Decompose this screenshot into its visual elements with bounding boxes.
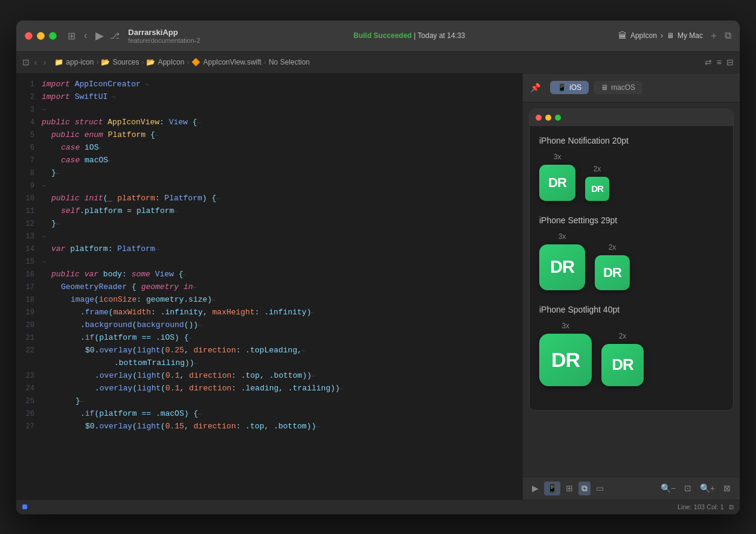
section-settings-label: iPhone Settings 29pt xyxy=(539,215,723,225)
navigator-toggle[interactable]: ⊡ xyxy=(22,57,30,67)
main-content: 1 import AppIconCreator ¬ 2 import Swift… xyxy=(16,74,740,500)
section-notification-label: iPhone Notification 20pt xyxy=(539,136,723,145)
play-tool-btn[interactable]: ▶ xyxy=(529,482,542,495)
build-time: | Today at 14:33 xyxy=(414,31,465,40)
breadcrumb-bar: ⊡ ‹ › 📁 app-icon › 📂 Sources › 📂 AppIcon… xyxy=(16,52,740,74)
zoom-out-btn[interactable]: 🔍− xyxy=(658,482,679,495)
icon-section-notification: iPhone Notification 20pt 3x DR 2x xyxy=(539,136,723,201)
code-line: 21 .if(platform == .iOS) {← xyxy=(16,332,522,345)
scale-3x-notif: 3x xyxy=(554,153,562,161)
bottom-right-tools: 🔍− ⊡ 🔍+ ⊠ xyxy=(658,482,734,495)
code-editor[interactable]: 1 import AppIconCreator ¬ 2 import Swift… xyxy=(16,74,522,500)
scale-2x-notif: 2x xyxy=(594,165,601,173)
ios-icon: 📱 xyxy=(557,83,566,92)
code-line: 15 ¬ xyxy=(16,256,522,269)
macos-icon: 🖥 xyxy=(601,83,608,92)
panel-preview[interactable]: iPhone Notification 20pt 3x DR 2x xyxy=(523,103,740,477)
app-icon-2x-settings: DR xyxy=(595,255,630,290)
build-status-text: Build Succeeded | Today at 14:33 xyxy=(353,31,465,40)
target-separator: › xyxy=(661,31,663,40)
code-area[interactable]: 1 import AppIconCreator ¬ 2 import Swift… xyxy=(16,74,522,500)
code-line: 20 .background(background())← xyxy=(16,319,522,332)
scale-3x-settings: 3x xyxy=(559,232,566,241)
code-line: 12 }← xyxy=(16,218,522,230)
nav-arrows: ‹ › xyxy=(32,56,48,68)
breadcrumb-sep-2: › xyxy=(141,58,144,66)
icon-row-settings: 3x DR 2x DR xyxy=(539,232,723,290)
line-col-status: Line: 103 Col: 1 xyxy=(678,503,724,510)
icon-col-3x-settings: 3x DR xyxy=(539,232,585,290)
minimap-icon[interactable]: ⊟ xyxy=(726,57,734,67)
layout-button[interactable]: ⧉ xyxy=(725,30,731,41)
target-name: My Mac xyxy=(678,31,703,40)
scale-2x-spotlight: 2x xyxy=(619,332,627,340)
layout-tool-btn[interactable]: ▭ xyxy=(593,482,607,495)
branch-info: DarrarskiApp feature/documentation-2 xyxy=(128,28,200,44)
grid-tool-btn[interactable]: ⊞ xyxy=(563,482,576,495)
code-line: 16 public var body: some View {← xyxy=(16,269,522,281)
icon-col-3x-notification: 3x DR xyxy=(539,153,575,201)
sources-folder-icon: 📂 xyxy=(101,58,110,66)
sidebar-toggle[interactable]: ⊞ xyxy=(68,30,75,42)
panel-toolbar: 📌 📱 iOS 🖥 macOS xyxy=(523,74,740,103)
nav-back[interactable]: ‹ xyxy=(32,56,40,68)
icon-col-3x-spotlight: 3x DR xyxy=(539,322,592,386)
breadcrumb-file[interactable]: 🔶 AppIconView.swift xyxy=(191,58,261,66)
bottom-left-tools: ▶ 📱 ⊞ ⧉ ▭ xyxy=(529,482,607,495)
minimize-button[interactable] xyxy=(37,32,45,40)
breadcrumb-end-tools: ⇄ ≡ ⊟ xyxy=(705,57,734,67)
actual-size-btn[interactable]: ⊠ xyxy=(720,482,734,495)
back-button[interactable]: ‹ xyxy=(82,29,89,42)
ios-button[interactable]: 📱 iOS xyxy=(550,81,589,94)
pin-button[interactable]: 📌 xyxy=(530,83,540,92)
titlebar: ⊞ ‹ ▶ ⎇ DarrarskiApp feature/documentati… xyxy=(16,21,740,52)
main-window: ⊞ ‹ ▶ ⎇ DarrarskiApp feature/documentati… xyxy=(16,20,740,515)
review-icon[interactable]: ⇄ xyxy=(705,57,712,67)
code-line: 5 public enum Platform {← xyxy=(16,129,522,142)
app-icon-2x-spotlight: DR xyxy=(601,344,644,386)
app-icon-3x-spotlight: DR xyxy=(539,334,592,386)
breadcrumb-selection[interactable]: No Selection xyxy=(269,58,310,66)
code-line: 22 .bottomTrailing))← xyxy=(16,357,522,370)
authors-icon[interactable]: ≡ xyxy=(717,57,722,67)
macos-button[interactable]: 🖥 macOS xyxy=(594,81,642,94)
breadcrumb-file-label: AppIconView.swift xyxy=(203,58,261,66)
swift-file-icon: 🔶 xyxy=(191,58,200,66)
code-line: 7 case macOS← xyxy=(16,154,522,167)
compare-tool-btn[interactable]: ⧉ xyxy=(578,482,591,495)
ios-label: iOS xyxy=(569,83,581,92)
breadcrumb-selection-label: No Selection xyxy=(269,58,310,66)
play-button[interactable]: ▶ xyxy=(95,29,104,42)
breadcrumb-appicon[interactable]: 📂 AppIcon xyxy=(146,58,184,66)
code-line: 19 .frame(maxWidth: .infinity, maxHeight… xyxy=(16,307,522,319)
icon-section-spotlight: iPhone Spotlight 40pt 3x DR 2x xyxy=(539,305,723,386)
zoom-in-btn[interactable]: 🔍+ xyxy=(697,482,718,495)
app-icon-3x-notification: DR xyxy=(539,165,575,201)
nav-forward[interactable]: › xyxy=(41,56,49,68)
code-line: 9 ¬ xyxy=(16,180,522,192)
folder-icon: 📁 xyxy=(54,58,63,66)
appicon-icon: 🏛 xyxy=(618,31,627,40)
code-line: 4 public struct AppIconView: View {← xyxy=(16,116,522,129)
add-tab-button[interactable]: ＋ xyxy=(709,30,719,42)
code-line: 24 .overlay(light(0.1, direction: .leadi… xyxy=(16,383,522,395)
scheme-selector[interactable]: 🏛 AppIcon › 🖥 My Mac xyxy=(618,31,703,40)
code-line: 8 }← xyxy=(16,167,522,180)
code-line: 27 $0.overlay(light(0.15, direction: .to… xyxy=(16,421,522,433)
code-line: 17 GeometryReader { geometry in← xyxy=(16,281,522,294)
split-editor-icon[interactable]: ⧈ xyxy=(729,502,734,512)
breadcrumb-sources[interactable]: 📂 Sources xyxy=(101,58,139,66)
device-tool-btn[interactable]: 📱 xyxy=(544,482,560,495)
code-line: 13 ¬ xyxy=(16,230,522,243)
maximize-button[interactable] xyxy=(49,32,57,40)
mini-maximize xyxy=(555,115,561,121)
code-line: 10 public init(_ platform: Platform) {← xyxy=(16,192,522,205)
close-button[interactable] xyxy=(25,32,33,40)
traffic-lights xyxy=(25,32,57,40)
zoom-fit-btn[interactable]: ⊡ xyxy=(681,482,694,495)
breadcrumb-root[interactable]: 📁 app-icon xyxy=(54,58,94,66)
code-line: 26 .if(platform == .macOS) {← xyxy=(16,408,522,421)
code-line: 25 }← xyxy=(16,395,522,408)
icon-row-notification: 3x DR 2x DR xyxy=(539,153,723,201)
mini-titlebar xyxy=(530,109,733,126)
